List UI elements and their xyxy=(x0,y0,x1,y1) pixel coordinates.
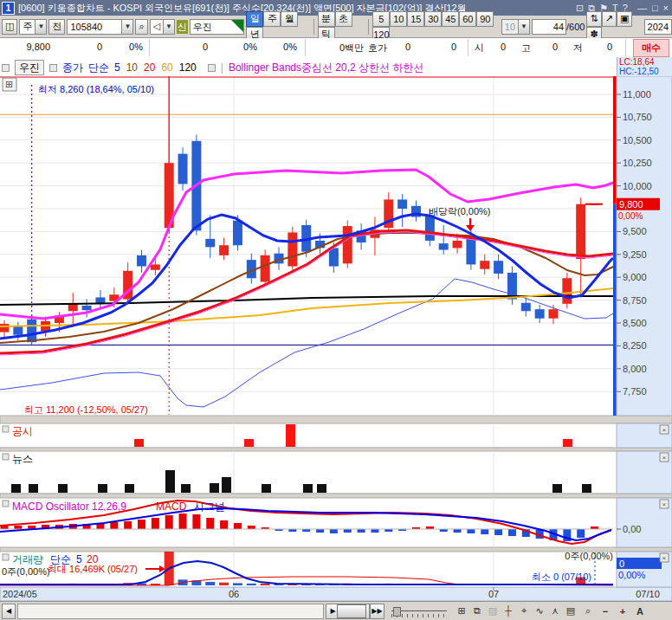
news-bar xyxy=(98,484,107,493)
candle xyxy=(137,255,146,267)
chevron-down-icon[interactable]: ▼ xyxy=(35,20,46,34)
volume-min-label: 최소 0 (07/10) xyxy=(532,572,591,582)
chevron-down-icon[interactable]: ▼ xyxy=(163,20,174,34)
lc-range-bar xyxy=(613,204,617,416)
grid-add-icon[interactable]: ⊞ xyxy=(454,604,469,618)
panel-splitter[interactable] xyxy=(0,416,672,423)
collapse-icon[interactable] xyxy=(3,554,9,560)
chevron-down-icon: ▼ xyxy=(518,20,529,34)
collapse-icon[interactable] xyxy=(208,64,216,72)
screenshot-icon[interactable]: ⊡ xyxy=(576,3,584,13)
speed-slider[interactable] xyxy=(391,604,447,618)
price-axis-label: 9,250 xyxy=(623,249,647,260)
collapse-icon[interactable] xyxy=(3,454,9,460)
candle xyxy=(68,304,78,311)
price-axis-label: 9,500 xyxy=(623,226,647,236)
zoom-in-button[interactable]: + xyxy=(615,604,630,618)
period-주[interactable]: 주 xyxy=(263,11,281,27)
period-초[interactable]: 초 xyxy=(335,11,352,27)
jeon-button[interactable]: 전 xyxy=(48,19,65,35)
magnifier-icon[interactable]: ⌕ xyxy=(580,604,596,618)
volume-pct-2: 0% xyxy=(254,42,297,52)
news-bar xyxy=(210,483,219,493)
news-bar xyxy=(317,484,326,493)
buy-button[interactable]: 매수 xyxy=(633,39,669,57)
chart-scrollbar[interactable] xyxy=(17,604,324,619)
duplicate-chart-icon[interactable]: ⧉ xyxy=(469,604,485,618)
search-icon[interactable]: ⌕ xyxy=(135,19,147,35)
compare-icon[interactable]: ⇅ xyxy=(586,11,601,27)
font-size-button[interactable]: A xyxy=(632,604,648,618)
panel-splitter[interactable] xyxy=(0,448,672,451)
minute-45[interactable]: 45 xyxy=(442,11,459,27)
period-분[interactable]: 분 xyxy=(318,11,335,27)
speaker-combo[interactable]: ◁ ▼ xyxy=(150,19,175,35)
minute-15[interactable]: 15 xyxy=(407,11,424,27)
chevron-down-icon[interactable]: ▼ xyxy=(121,20,132,34)
cursor-cross-icon[interactable]: ┼ xyxy=(501,604,516,617)
save-icon[interactable]: ▣ xyxy=(617,11,632,27)
period-일[interactable]: 일 xyxy=(246,11,263,27)
week-combo[interactable]: 주 ▼ xyxy=(19,19,47,35)
macd-bar xyxy=(344,529,352,533)
minute-combo-disabled: 10 ▼ xyxy=(501,19,530,35)
scrollbar-thumb[interactable] xyxy=(337,604,366,618)
legend-stock-name[interactable]: 우진 xyxy=(15,60,44,75)
news-bar xyxy=(552,484,562,493)
collapse-icon[interactable] xyxy=(3,426,9,432)
low-label: 저 xyxy=(573,42,583,55)
forward-button[interactable]: ▶▶ xyxy=(370,604,384,619)
zoom-out-button[interactable]: − xyxy=(598,604,613,618)
minute-60[interactable]: 60 xyxy=(459,11,476,27)
peak-tool-icon[interactable]: ⋏ xyxy=(547,604,563,618)
volume-bar xyxy=(219,583,229,585)
chart-tool-icon-group: ⊞⧉▨┼⌖∿⋏▤ xyxy=(454,604,578,618)
gongsi-bar xyxy=(244,439,254,447)
trend-tool-icon[interactable]: ⌖ xyxy=(516,604,532,618)
macd-line-label: MACD xyxy=(156,501,187,513)
area-style-icon[interactable]: ▨ xyxy=(485,604,501,618)
ma-period-60: 60 xyxy=(161,61,172,74)
macd-bar xyxy=(234,523,242,529)
wave-tool-icon[interactable]: ∿ xyxy=(532,604,547,618)
chart-dialog-icon[interactable]: ▤ xyxy=(563,604,578,618)
minute-90[interactable]: 90 xyxy=(476,11,494,27)
volume-bar xyxy=(205,582,215,585)
news-bar xyxy=(262,484,271,493)
ma-type-label: 단순 xyxy=(88,61,109,75)
panel-splitter[interactable] xyxy=(0,494,672,498)
stock-code-input[interactable]: 105840 xyxy=(68,22,121,32)
scroll-left-button[interactable]: ◀ xyxy=(2,604,16,619)
collapse-icon[interactable] xyxy=(3,501,9,507)
chart-bg xyxy=(0,76,672,601)
candle-count-input[interactable]: 44 xyxy=(532,19,566,35)
period-월[interactable]: 월 xyxy=(281,11,298,27)
close-icon: × xyxy=(662,501,667,508)
maximize-button[interactable]: □ xyxy=(652,3,658,13)
collapse-icon[interactable] xyxy=(2,64,10,72)
candle xyxy=(82,306,92,310)
macd-label: MACD Oscillator 12,26,9 xyxy=(12,501,126,513)
dock-panel-icon[interactable]: ◫ xyxy=(2,19,17,35)
trendline-add-icon[interactable]: ↗ xyxy=(602,11,617,27)
slider-knob[interactable] xyxy=(393,607,401,617)
price-axis-label: 7,750 xyxy=(623,386,647,397)
volume-pct-1: 0% xyxy=(214,42,257,52)
candle xyxy=(397,199,407,209)
price-chart-svg: 최저 8,260 (18,64%, 05/10)최고 11,200 (-12,5… xyxy=(0,76,672,601)
divider xyxy=(368,19,369,35)
minute-10[interactable]: 10 xyxy=(390,11,407,27)
news-bar xyxy=(125,484,134,493)
macd-bar xyxy=(220,520,228,529)
candle xyxy=(480,261,489,269)
year-field[interactable]: 2024 xyxy=(644,19,672,35)
stock-name-field[interactable]: 우진 xyxy=(190,19,245,35)
ma-period-5: 5 xyxy=(114,61,120,74)
minute-30[interactable]: 30 xyxy=(424,11,442,27)
stock-code-combo[interactable]: 105840 ▼ xyxy=(67,19,133,35)
macd-bar xyxy=(508,529,516,536)
close-button[interactable]: × xyxy=(663,3,669,13)
chart-region[interactable]: 최저 8,260 (18,64%, 05/10)최고 11,200 (-12,5… xyxy=(0,76,672,601)
collapse-icon[interactable] xyxy=(49,64,57,72)
minute-5[interactable]: 5 xyxy=(372,11,390,27)
